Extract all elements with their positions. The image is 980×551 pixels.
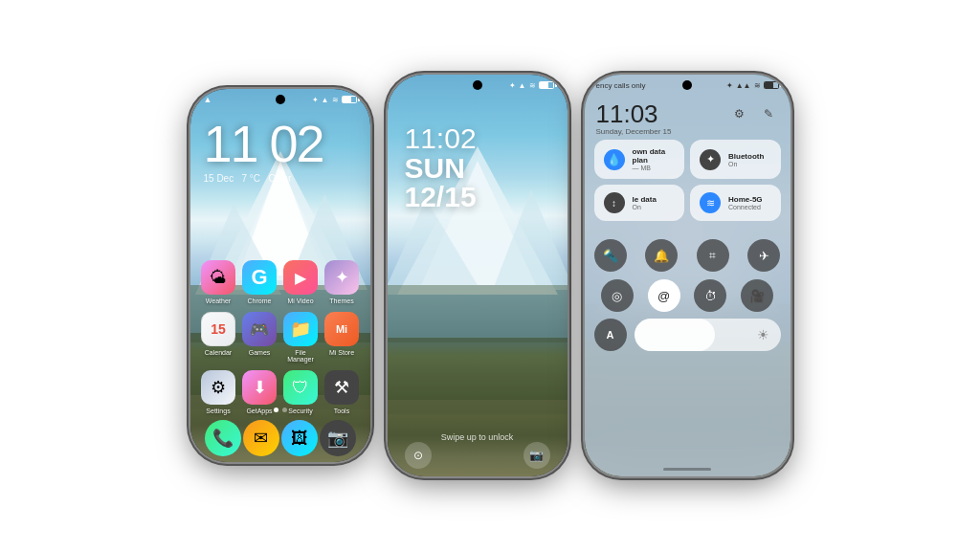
signal-icon-2: ▲ <box>519 81 526 90</box>
camera-punch-hole <box>276 95 285 104</box>
ctrl-flashlight-btn[interactable]: 🔦 <box>594 239 627 272</box>
home-date: 15 Dec 7 °C Clear <box>204 173 323 184</box>
dock-phone[interactable]: 📞 <box>205 420 241 456</box>
ctrl-tile-wifi-text: Home-5G Connected <box>728 195 771 210</box>
ctrl-location-btn[interactable]: ◎ <box>601 279 634 312</box>
ctrl-time-display: 11:03 Sunday, December 15 <box>596 99 672 136</box>
dock-gallery[interactable]: 🖼 <box>281 420 318 456</box>
ctrl-bt-icon: ✦ <box>726 81 733 90</box>
ctrl-dnd-btn[interactable]: 🔔 <box>645 239 678 272</box>
games-icon: 🎮 <box>242 312 277 346</box>
ctrl-buttons-row1: 🔦 🔔 ⌗ ✈ <box>594 239 781 272</box>
app-chrome[interactable]: G Chrome <box>241 260 278 304</box>
battery-icon-1 <box>342 96 357 103</box>
ctrl-mobiledata-icon: ↕ <box>604 192 625 213</box>
mivideo-icon: ▶ <box>283 260 318 295</box>
ctrl-tile-mobile-data[interactable]: ↕ le data On <box>594 185 685 221</box>
bt-icon-1: ✦ <box>312 96 319 104</box>
svg-rect-12 <box>388 285 568 342</box>
ctrl-status-left: ency calls only <box>596 81 646 90</box>
ctrl-screen-cast-btn[interactable]: ⌗ <box>697 239 729 272</box>
ctrl-timer-btn[interactable]: ⏱ <box>694 279 726 312</box>
status-left-1: ▲ <box>204 95 212 104</box>
mistore-label: Mi Store <box>329 349 354 356</box>
ctrl-gear-icon[interactable]: ⚙ <box>729 103 750 124</box>
mivideo-label: Mi Video <box>287 298 313 304</box>
ctrl-bt-tile-icon: ✦ <box>700 149 721 170</box>
ctrl-brightness-row: A ☀ <box>594 319 781 351</box>
ctrl-wifi-label: Home-5G <box>728 195 771 204</box>
ctrl-tile-mobiledata-text: le data On <box>633 195 676 210</box>
themes-icon: ✦ <box>324 260 359 295</box>
ctrl-tile-data[interactable]: 💧 own data plan — MB <box>594 140 685 179</box>
ctrl-portrait-btn[interactable]: @ <box>648 279 680 312</box>
wifi-icon-1: ≋ <box>332 96 339 104</box>
bt-icon-2: ✦ <box>509 81 516 90</box>
tools-icon: ⚒ <box>324 370 359 405</box>
lock-left-icon[interactable]: ⊙ <box>405 442 432 469</box>
ctrl-clock: 11:03 <box>596 99 672 129</box>
app-grid: 🌤 Weather G Chrome ▶ Mi Video ✦ Themes <box>190 260 370 414</box>
app-row-1: 🌤 Weather G Chrome ▶ Mi Video ✦ Themes <box>198 260 363 304</box>
ctrl-wifi-sub: Connected <box>728 204 771 210</box>
games-label: Games <box>249 349 271 356</box>
home-clock: 11 02 15 Dec 7 °C Clear <box>204 118 323 184</box>
ctrl-brightness-slider[interactable]: ☀ <box>635 319 781 351</box>
lock-day: SUN <box>405 154 477 183</box>
phone-1: ▲ ✦ ▲ ≋ 11 02 15 Dec 7 °C Clear <box>190 89 370 462</box>
ctrl-edit-icon[interactable]: ✎ <box>758 103 779 124</box>
ctrl-buttons-row2: ◎ @ ⏱ 🎥 <box>594 279 781 312</box>
lock-clock: 11:02 SUN 12/15 <box>405 122 477 211</box>
app-mivideo[interactable]: ▶ Mi Video <box>282 260 319 304</box>
chrome-label: Chrome <box>248 298 272 304</box>
ctrl-top-icons: ⚙ ✎ <box>729 103 779 124</box>
status-right-1: ✦ ▲ ≋ <box>312 96 357 104</box>
ctrl-signal-icon: ▲▲ <box>736 81 751 90</box>
dock-messages[interactable]: ✉ <box>243 420 279 456</box>
status-right-2: ✦ ▲ ≋ <box>509 81 554 90</box>
filemanager-icon: 📁 <box>283 312 318 346</box>
ctrl-airplane-btn[interactable]: ✈ <box>747 239 780 272</box>
ctrl-data-label: own data plan <box>633 147 676 165</box>
ctrl-tile-bluetooth[interactable]: ✦ Bluetooth On <box>690 140 781 179</box>
calendar-label: Calendar <box>205 349 232 356</box>
ctrl-video-btn[interactable]: 🎥 <box>741 279 773 312</box>
ctrl-brightness-fill <box>635 319 715 351</box>
themes-label: Themes <box>329 298 353 304</box>
ctrl-tile-wifi[interactable]: ≋ Home-5G Connected <box>690 185 781 221</box>
ctrl-wifi-tile-icon: ≋ <box>700 192 721 213</box>
weather-icon: 🌤 <box>201 260 235 295</box>
battery-icon-2 <box>539 81 554 89</box>
signal-icon-1: ▲ <box>322 96 329 104</box>
lock-right-icon[interactable]: 📷 <box>523 442 550 469</box>
lock-monthday: 12/15 <box>405 183 477 211</box>
lock-time: 11:02 <box>405 122 477 154</box>
app-games[interactable]: 🎮 Games <box>241 312 278 363</box>
ctrl-battery <box>764 81 779 89</box>
ctrl-bt-sub: On <box>728 161 771 167</box>
ctrl-mobiledata-sub: On <box>633 204 676 210</box>
phone-2: ✦ ▲ ≋ 11:02 SUN 12/15 ⊙ 📷 Swipe up to un… <box>388 75 568 476</box>
mistore-icon: Mi <box>324 312 359 346</box>
ctrl-auto-btn[interactable]: A <box>594 319 627 351</box>
app-filemanager[interactable]: 📁 File Manager <box>282 312 319 363</box>
calendar-icon: 15 <box>201 312 235 346</box>
ctrl-wifi-icon: ≋ <box>754 81 761 90</box>
app-calendar[interactable]: 15 Calendar <box>200 312 236 363</box>
app-weather[interactable]: 🌤 Weather <box>200 260 236 304</box>
swipe-hint: Swipe up to unlock <box>388 432 568 442</box>
dock-camera[interactable]: 📷 <box>320 420 356 456</box>
app-mistore[interactable]: Mi Mi Store <box>323 312 360 363</box>
security-icon: 🛡 <box>283 370 318 405</box>
page-dots <box>190 408 370 412</box>
ctrl-tile-data-text: own data plan — MB <box>633 147 676 171</box>
app-themes[interactable]: ✦ Themes <box>323 260 360 304</box>
dock: 📞 ✉ 🖼 📷 <box>190 420 370 456</box>
weather-label: Weather <box>206 298 231 304</box>
lock-bottom-icons: ⊙ 📷 <box>388 442 568 469</box>
ctrl-tiles: 💧 own data plan — MB ✦ Bluetooth On ↕ le… <box>594 140 781 221</box>
settings-icon: ⚙ <box>201 370 235 405</box>
ctrl-home-indicator[interactable] <box>663 468 711 471</box>
ctrl-mobiledata-label: le data <box>633 195 676 204</box>
dot-inactive <box>282 408 287 412</box>
